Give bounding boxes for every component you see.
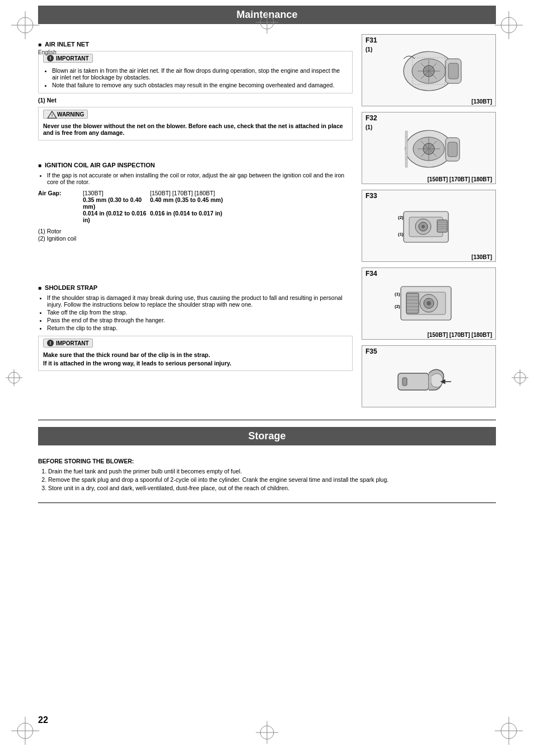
- warning-label-1: ! WARNING: [43, 110, 88, 119]
- before-storing-label: BEFORE STORING THE BLOWER:: [38, 458, 496, 464]
- important-box-1: ! IMPORTANT Blown air is taken in from t…: [38, 51, 353, 93]
- page-number: 22: [38, 715, 48, 725]
- right-column: F31 (1): [362, 34, 496, 413]
- storage-section: BEFORE STORING THE BLOWER: Drain the fue…: [38, 451, 496, 491]
- strap-bullet-4: Return the clip to the strap.: [47, 325, 353, 331]
- storage-step-3: Store unit in a dry, cool and dark, well…: [48, 485, 496, 491]
- figure-f35: F35: [362, 345, 496, 407]
- bt-other-label: [150BT] [170BT] [180BT]: [150, 190, 353, 196]
- f33-content: (2) (1): [362, 201, 495, 253]
- bt130-val1: 0.35 mm (0.30 to 0.40 mm): [83, 196, 150, 210]
- reg-mark-top: [256, 11, 278, 35]
- ignition-coil-title: IGNITION COIL AIR GAP INSPECTION: [38, 162, 353, 168]
- strap-bullet-2: Take off the clip from the strap.: [47, 309, 353, 316]
- f35-label: F35: [362, 346, 495, 356]
- svg-text:(1): (1): [398, 232, 404, 237]
- figure-f34: F34: [362, 267, 496, 340]
- f32-content: [362, 123, 495, 175]
- f35-content: [362, 356, 495, 407]
- important-box-2: ! IMPORTANT Make sure that the thick rou…: [38, 336, 353, 371]
- bt-other-val1: 0.40 mm (0.35 to 0.45 mm): [150, 196, 353, 210]
- shoulder-strap-bullets: If the shoulder strap is damaged it may …: [38, 294, 353, 331]
- important-icon-2: !: [47, 340, 54, 346]
- f31-illustration: [392, 48, 465, 95]
- coil-labels: (1) Rotor (2) Ignition coil: [38, 228, 353, 242]
- reg-mark-right: [512, 367, 528, 390]
- reg-mark-bottom: [256, 721, 278, 745]
- f32-illustration: [392, 125, 465, 173]
- f34-content: (1) (2): [362, 279, 495, 331]
- language-label: English: [38, 49, 57, 55]
- svg-text:!: !: [51, 113, 53, 118]
- svg-text:(2): (2): [398, 215, 404, 220]
- important-bold-1: Make sure that the thick round bar of th…: [43, 351, 348, 358]
- storage-step-2: Remove the spark plug and drop a spoonfu…: [48, 476, 496, 483]
- corner-mark-tl: [11, 11, 39, 39]
- f34-tag: [150BT] [170BT] [180BT]: [362, 331, 495, 339]
- important-bullets-1: Blown air is taken in from the air inlet…: [43, 67, 348, 88]
- important-label-2: ! IMPORTANT: [43, 339, 93, 348]
- svg-rect-44: [448, 142, 457, 157]
- storage-steps: Drain the fuel tank and push the primer …: [38, 468, 496, 491]
- f35-illustration: [392, 362, 465, 401]
- svg-point-55: [421, 225, 425, 228]
- f34-label: F34: [362, 268, 495, 279]
- air-gap-table: Air Gap: [130BT] [150BT] [170BT] [180BT]…: [38, 190, 353, 223]
- svg-rect-77: [402, 378, 407, 386]
- f34-illustration: (1) (2): [392, 281, 465, 328]
- f32-part-label: (1): [366, 124, 372, 130]
- svg-rect-31: [448, 63, 458, 79]
- corner-mark-bl: [11, 717, 39, 745]
- shoulder-strap-title: SHOLDER STRAP: [38, 284, 353, 291]
- ignition-coil-bullet: If the gap is not accurate or when insta…: [47, 172, 353, 185]
- figure-f32: F32 (1): [362, 112, 496, 184]
- important-icon-1: !: [47, 55, 54, 62]
- important-bold-2: If it is attached in the wrong way, it l…: [43, 360, 348, 367]
- f32-label: F32: [362, 112, 495, 123]
- f31-label: F31: [362, 35, 495, 45]
- bt-other-val2: 0.016 in (0.014 to 0.017 in): [150, 210, 353, 223]
- figure-f33: F33: [362, 190, 496, 262]
- storage-header: Storage: [38, 427, 496, 445]
- figure-f31: F31 (1): [362, 34, 496, 106]
- strap-bullet-3: Pass the end of the strap through the ha…: [47, 317, 353, 323]
- net-label: (1) Net: [38, 97, 353, 104]
- corner-mark-tr: [495, 11, 523, 39]
- bt130-label: [130BT]: [83, 190, 150, 196]
- rotor-label: (1) Rotor: [38, 228, 353, 234]
- f33-illustration: (2) (1): [392, 203, 465, 251]
- svg-text:(1): (1): [395, 292, 400, 297]
- svg-text:(2): (2): [395, 304, 400, 309]
- storage-step-1: Drain the fuel tank and push the primer …: [48, 468, 496, 475]
- corner-mark-br: [495, 717, 523, 745]
- svg-rect-56: [437, 220, 447, 232]
- important-bullet-1b: Note that failure to remove any such obs…: [52, 82, 348, 88]
- ignition-coil-label: (2) Ignition coil: [38, 235, 353, 242]
- section-divider: [38, 420, 496, 420]
- warning-box-1: ! WARNING Never use the blower without t…: [38, 107, 353, 140]
- f31-part-label: (1): [366, 46, 372, 53]
- f33-tag: [130BT]: [362, 253, 495, 261]
- bottom-divider: [38, 503, 496, 503]
- f33-label: F33: [362, 190, 495, 201]
- f32-tag: [150BT] [170BT] [180BT]: [362, 175, 495, 184]
- f31-tag: [130BT]: [362, 97, 495, 106]
- strap-bullet-1: If the shoulder strap is damaged it may …: [47, 294, 353, 308]
- ignition-coil-bullets: If the gap is not accurate or when insta…: [38, 172, 353, 185]
- warning-triangle-icon: !: [47, 111, 55, 118]
- svg-point-67: [427, 301, 431, 306]
- f31-content: [362, 45, 495, 97]
- left-column: AIR INLET NET ! IMPORTANT Blown air is t…: [38, 34, 353, 413]
- important-bullet-1a: Blown air is taken in from the air inlet…: [52, 67, 348, 81]
- bt130-val2: 0.014 in (0.012 to 0.016 in): [83, 210, 150, 223]
- air-gap-label: Air Gap:: [38, 190, 83, 196]
- warning-text-1: Never use the blower without the net on …: [43, 123, 348, 136]
- reg-mark-left: [6, 367, 22, 390]
- air-inlet-net-title: AIR INLET NET: [38, 41, 353, 48]
